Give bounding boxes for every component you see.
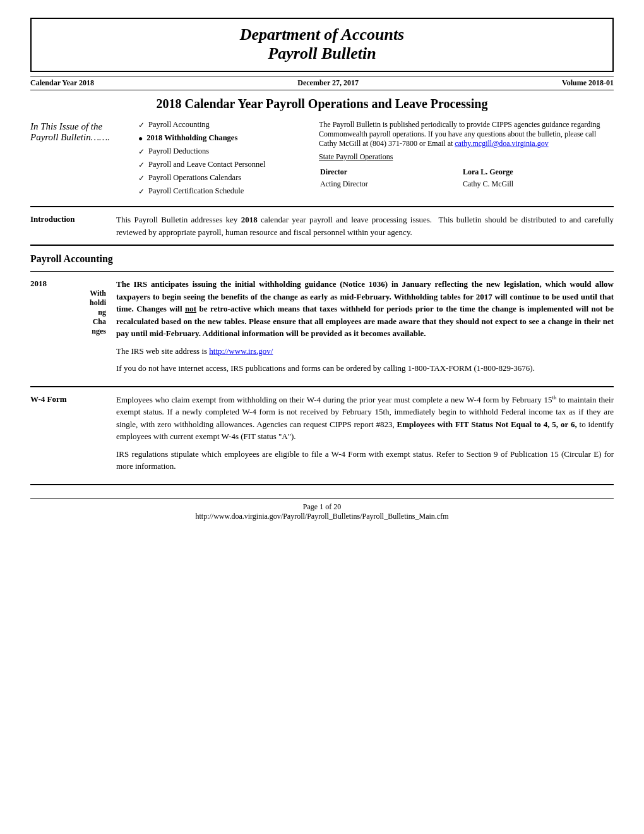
info-bar: Calendar Year 2018 December 27, 2017 Vol…	[30, 76, 614, 90]
withholding-para2: The IRS web site address is http://www.i…	[116, 345, 614, 358]
issue-items-col: ✓ Payroll Accounting ● 2018 Withholding …	[138, 120, 309, 200]
footer-url: http://www.doa.virginia.gov/Payroll/Payr…	[30, 512, 614, 521]
info-bar-center: December 27, 2017	[297, 78, 359, 88]
acting-label: Acting Director	[320, 179, 462, 190]
withholding-sub-2: holdi	[30, 298, 106, 308]
divider-2	[30, 245, 614, 246]
right-col-description: The Payroll Bulletin is published period…	[319, 120, 614, 148]
issue-item-4-text: Payroll and Leave Contact Personnel	[148, 160, 265, 169]
withholding-body: The IRS anticipates issuing the initial …	[116, 278, 614, 380]
w4-para2: IRS regulations stipulate which employee…	[116, 448, 614, 473]
check-icon-1: ✓	[138, 121, 145, 130]
check-icon-4: ✓	[138, 160, 145, 170]
w4-row: W-4 Form Employees who claim exempt from…	[30, 394, 614, 478]
issue-item-4: ✓ Payroll and Leave Contact Personnel	[138, 160, 309, 170]
main-heading: 2018 Calendar Year Payroll Operations an…	[30, 97, 614, 111]
issue-item-1-text: Payroll Accounting	[148, 120, 210, 130]
in-this-issue-label: In This Issue of the Payroll Bulletin…….	[30, 121, 110, 142]
payroll-accounting-heading: Payroll Accounting	[30, 253, 614, 265]
w4-label: W-4 Form	[30, 394, 106, 404]
director-name: Lora L. George	[463, 167, 612, 178]
withholding-sub-5: nges	[30, 327, 106, 336]
state-ops-label: State Payroll Operations	[319, 152, 393, 161]
header-box: Department of Accounts Payroll Bulletin	[30, 18, 614, 72]
divider-3	[30, 271, 614, 272]
not-underline: not	[185, 304, 196, 313]
withholding-para1: The IRS anticipates issuing the initial …	[116, 278, 614, 340]
withholding-para3: If you do not have internet access, IRS …	[116, 362, 614, 375]
intro-label: Introduction	[30, 214, 106, 238]
check-icon-6: ✓	[138, 187, 145, 196]
withholding-sub-3: ng	[30, 308, 106, 317]
issue-items-list: ✓ Payroll Accounting ● 2018 Withholding …	[138, 120, 309, 196]
issue-item-6: ✓ Payroll Certification Schedule	[138, 186, 309, 196]
superscript-th: th	[552, 394, 556, 401]
issue-item-2: ● 2018 Withholding Changes	[138, 133, 309, 143]
footer: Page 1 of 20 http://www.doa.virginia.gov…	[30, 498, 614, 521]
check-icon-5: ✓	[138, 174, 145, 183]
director-label: Director	[320, 167, 462, 178]
email-link[interactable]: cathy.mcgill@doa.virginia.gov	[455, 139, 548, 148]
bold-employees-text: Employees with FIT Status Not Equal to 4…	[397, 420, 577, 429]
info-bar-right: Volume 2018-01	[562, 78, 614, 88]
footer-page: Page 1 of 20	[30, 502, 614, 512]
bullet-icon-2: ●	[138, 134, 143, 143]
page: Department of Accounts Payroll Bulletin …	[0, 0, 644, 834]
info-bar-left: Calendar Year 2018	[30, 78, 94, 88]
check-icon-3: ✓	[138, 147, 145, 157]
issue-item-5-text: Payroll Operations Calendars	[148, 173, 241, 183]
three-col-intro: In This Issue of the Payroll Bulletin…….…	[30, 120, 614, 200]
intro-text: This Payroll Bulletin addresses key 2018…	[116, 214, 614, 238]
right-col: The Payroll Bulletin is published period…	[319, 120, 614, 200]
in-this-issue-col: In This Issue of the Payroll Bulletin…….	[30, 120, 128, 200]
issue-item-1: ✓ Payroll Accounting	[138, 120, 309, 130]
year-label: 2018	[30, 279, 106, 289]
issue-item-2-text: 2018 Withholding Changes	[146, 133, 237, 143]
issue-item-6-text: Payroll Certification Schedule	[148, 186, 244, 196]
withholding-sub-1: With	[30, 289, 106, 298]
irs-link[interactable]: http://www.irs.gov/	[209, 346, 273, 356]
issue-item-3-text: Payroll Deductions	[148, 147, 209, 156]
divider-4	[30, 386, 614, 387]
withholding-row: 2018 With holdi ng Cha nges The IRS anti…	[30, 278, 614, 380]
issue-item-5: ✓ Payroll Operations Calendars	[138, 173, 309, 183]
acting-name: Cathy C. McGill	[463, 179, 612, 190]
issue-item-3: ✓ Payroll Deductions	[138, 147, 309, 157]
header-title-main: Department of Accounts	[44, 25, 600, 44]
introduction-section: Introduction This Payroll Bulletin addre…	[30, 214, 614, 238]
divider-1	[30, 206, 614, 207]
withholding-sub-4: Cha	[30, 317, 106, 327]
w4-label-col: W-4 Form	[30, 394, 106, 478]
w4-para1: Employees who claim exempt from withhold…	[116, 394, 614, 443]
director-table: Director Lora L. George Acting Director …	[319, 166, 614, 191]
divider-5	[30, 484, 614, 485]
header-title-sub: Payroll Bulletin	[44, 44, 600, 63]
withholding-label-col: 2018 With holdi ng Cha nges	[30, 278, 106, 380]
w4-body: Employees who claim exempt from withhold…	[116, 394, 614, 478]
